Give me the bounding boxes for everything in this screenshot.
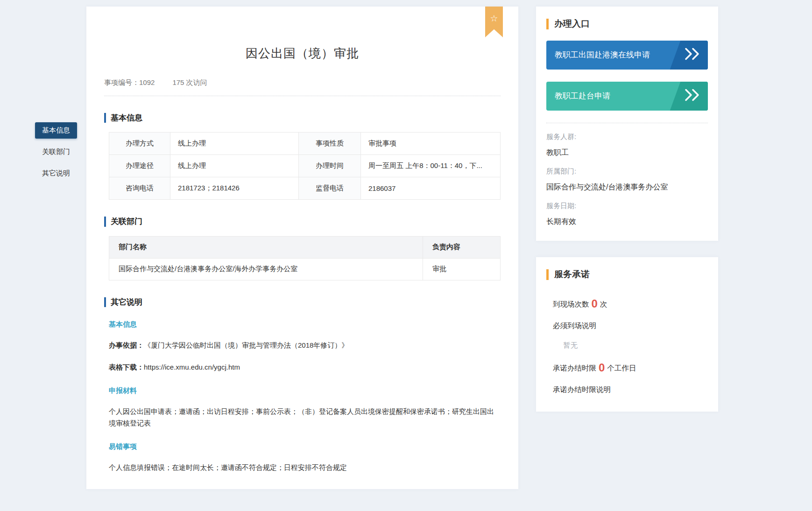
cell-duty: 审批 <box>423 258 501 280</box>
cell-value: 线上办理 <box>170 133 299 155</box>
section-heading-basic-info: 基本信息 <box>104 113 501 123</box>
cell-label: 办理时间 <box>299 155 361 177</box>
column-header-duty: 负责内容 <box>423 236 501 258</box>
cell-label: 事项性质 <box>299 133 361 155</box>
onsite-count-line: 到现场次数0次 <box>546 296 708 312</box>
item-number: 事项编号：1092 <box>104 78 155 87</box>
service-group-label: 服务人群: <box>546 133 708 141</box>
onsite-prefix: 到现场次数 <box>553 300 589 308</box>
table-row: 咨询电话 2181723；2181426 监督电话 2186037 <box>109 177 501 200</box>
cell-value: 线上办理 <box>170 155 299 177</box>
meta-row: 事项编号：1092 175 次访问 <box>104 78 501 87</box>
onsite-note-label: 必须到场说明 <box>546 321 708 331</box>
double-chevron-icon <box>683 47 702 63</box>
subheading-common-errors: 易错事项 <box>109 442 501 451</box>
table-row: 办理途径 线上办理 办理时间 周一至周五 上午8：00-11：40，下... <box>109 155 501 177</box>
divider <box>546 123 708 123</box>
owning-dept-value: 国际合作与交流处/台港澳事务办公室 <box>546 182 708 192</box>
service-detail-card: ☆ 因公出国（境）审批 事项编号：1092 175 次访问 基本信息 办理方式 … <box>86 7 518 489</box>
entry-button-taiwan[interactable]: 教职工赴台申请 <box>546 82 708 111</box>
entry-button-hkmacao[interactable]: 教职工出国赴港澳在线申请 <box>546 41 708 70</box>
basis-text: 《厦门大学因公临时出国（境）审批与管理办法（2018年修订）》 <box>144 341 348 349</box>
cell-label: 咨询电话 <box>109 177 170 200</box>
anchor-nav: 基本信息 关联部门 其它说明 <box>35 122 77 187</box>
onsite-suffix: 次 <box>600 300 607 308</box>
right-column: 办理入口 教职工出国赴港澳在线申请 教职工赴台申请 服务人群: 教职工 所属部门… <box>536 7 718 412</box>
entry-button-label: 教职工出国赴港澳在线申请 <box>555 49 650 60</box>
table-row: 办理方式 线上办理 事项性质 审批事项 <box>109 133 501 155</box>
section-heading-other-notes: 其它说明 <box>104 297 501 307</box>
cell-label: 办理方式 <box>109 133 170 155</box>
cell-label: 监督电话 <box>299 177 361 200</box>
related-depts-table: 部门名称 负责内容 国际合作与交流处/台港澳事务办公室/海外办学事务办公室 审批 <box>109 236 501 280</box>
table-row: 国际合作与交流处/台港澳事务办公室/海外办学事务办公室 审批 <box>109 258 501 280</box>
common-errors-text: 个人信息填报错误；在途时间太长；邀请函不符合规定；日程安排不符合规定 <box>109 462 501 474</box>
sidebar-item-related-depts[interactable]: 关联部门 <box>35 144 77 160</box>
service-date-value: 长期有效 <box>546 217 708 227</box>
deadline-line: 承诺办结时限0个工作日 <box>546 360 708 376</box>
service-date-label: 服务日期: <box>546 202 708 210</box>
cell-value: 审批事项 <box>361 133 501 155</box>
sidebar-item-basic-info[interactable]: 基本信息 <box>35 122 77 139</box>
deadline-suffix: 个工作日 <box>607 364 636 372</box>
deadline-note-label: 承诺办结时限说明 <box>546 385 708 395</box>
divider <box>104 96 501 96</box>
visit-count: 175 次访问 <box>172 78 207 87</box>
page: 基本信息 关联部门 其它说明 ☆ 因公出国（境）审批 事项编号：1092 175… <box>0 0 812 489</box>
star-icon: ☆ <box>490 13 498 37</box>
cell-value: 周一至周五 上午8：00-11：40，下... <box>361 155 501 177</box>
deadline-prefix: 承诺办结时限 <box>553 364 596 372</box>
cell-value: 2181723；2181426 <box>170 177 299 200</box>
download-label: 表格下载： <box>109 363 144 371</box>
basic-info-table: 办理方式 线上办理 事项性质 审批事项 办理途径 线上办理 办理时间 周一至周五… <box>109 132 501 200</box>
subheading-basic-info: 基本信息 <box>109 320 501 329</box>
section-heading-related-depts: 关联部门 <box>104 217 501 226</box>
cell-value: 2186037 <box>361 177 501 200</box>
cell-dept: 国际合作与交流处/台港澳事务办公室/海外办学事务办公室 <box>109 258 423 280</box>
materials-text: 个人因公出国申请表；邀请函；出访日程安排；事前公示表；（非）登记备案人员出境保密… <box>109 406 501 429</box>
onsite-note-value: 暂无 <box>546 340 708 350</box>
section-related-depts: 关联部门 部门名称 负责内容 国际合作与交流处/台港澳事务办公室/海外办学事务办… <box>104 217 501 280</box>
sidebar-item-other-notes[interactable]: 其它说明 <box>35 165 77 182</box>
column-header-dept: 部门名称 <box>109 236 423 258</box>
deadline-count: 0 <box>599 361 605 374</box>
download-url[interactable]: https://ice.xmu.edu.cn/ygcj.htm <box>144 363 240 371</box>
entry-panel: 办理入口 教职工出国赴港澳在线申请 教职工赴台申请 服务人群: 教职工 所属部门… <box>536 7 718 241</box>
owning-dept-label: 所属部门: <box>546 167 708 176</box>
entry-button-label: 教职工赴台申请 <box>555 91 610 101</box>
favorite-ribbon[interactable]: ☆ <box>485 7 503 37</box>
entry-panel-heading: 办理入口 <box>546 19 708 29</box>
subheading-materials: 申报材料 <box>109 386 501 395</box>
double-chevron-icon <box>683 88 702 104</box>
onsite-count: 0 <box>592 297 598 310</box>
table-header-row: 部门名称 负责内容 <box>109 236 501 258</box>
promise-panel-heading: 服务承诺 <box>546 269 708 280</box>
section-basic-info: 基本信息 办理方式 线上办理 事项性质 审批事项 办理途径 线上办理 办理时间 … <box>104 113 501 200</box>
service-group-value: 教职工 <box>546 148 708 158</box>
promise-panel: 服务承诺 到现场次数0次 必须到场说明 暂无 承诺办结时限0个工作日 承诺办结时… <box>536 257 718 412</box>
section-other-notes: 其它说明 基本信息 办事依据：《厦门大学因公临时出国（境）审批与管理办法（201… <box>104 297 501 474</box>
page-title: 因公出国（境）审批 <box>104 45 501 62</box>
basis-label: 办事依据： <box>109 341 144 349</box>
download-line: 表格下载：https://ice.xmu.edu.cn/ygcj.htm <box>109 361 501 373</box>
cell-label: 办理途径 <box>109 155 170 177</box>
basis-line: 办事依据：《厦门大学因公临时出国（境）审批与管理办法（2018年修订）》 <box>109 339 501 351</box>
